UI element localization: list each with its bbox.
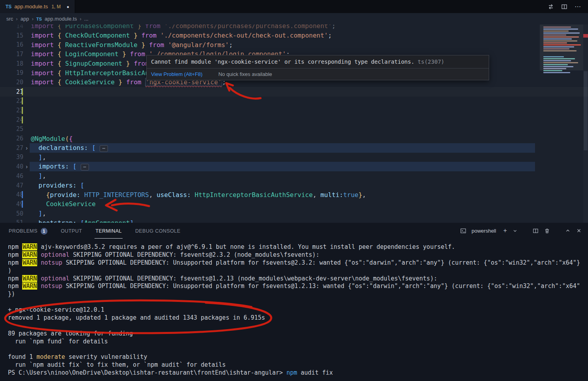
line-number: 18 xyxy=(7,60,23,67)
fold-chevron-icon[interactable]: › xyxy=(23,145,30,151)
terminal-line: npm WARN optional SKIPPING OPTIONAL DEPE… xyxy=(8,275,588,283)
terminal-line xyxy=(8,346,588,354)
code-line-27[interactable]: 27› declarations: [⋯ xyxy=(0,143,588,153)
minimap-slider[interactable] xyxy=(540,25,583,70)
tab-app-module-ts[interactable]: TS app.module.ts 1, M ● xyxy=(0,0,75,13)
chevron-right-icon: › xyxy=(32,16,33,22)
code-viewport: 14import { PurchasesComponent } from './… xyxy=(0,25,588,223)
panel-tab-problems[interactable]: PROBLEMS1 xyxy=(8,223,48,239)
terminal-line: npm WARN notsup SKIPPING OPTIONAL DEPEND… xyxy=(8,282,588,290)
line-number: 21 xyxy=(7,88,23,95)
terminal-line: found 1 moderate severity vulnerability xyxy=(8,353,588,361)
code-line-24[interactable]: 24 xyxy=(0,115,588,125)
maximize-panel-icon[interactable] xyxy=(565,228,571,233)
split-editor-icon[interactable] xyxy=(561,4,567,10)
folded-code-badge[interactable]: ⋯ xyxy=(100,145,108,152)
line-number: 50 xyxy=(7,210,23,217)
view-problem-link[interactable]: View Problem (Alt+F8) xyxy=(151,71,202,77)
close-panel-icon[interactable] xyxy=(576,228,582,233)
editor-region: src › app › TS app.module.ts › ... 14imp… xyxy=(0,13,588,223)
code-line-15[interactable]: 15import { CheckOutComponent } from './c… xyxy=(0,31,588,40)
code-line-14[interactable]: 14import { PurchasesComponent } from './… xyxy=(0,25,588,31)
line-number: 17 xyxy=(7,51,23,58)
terminal-output[interactable]: npm WARN ajv-keywords@3.5.2 requires a p… xyxy=(0,239,588,381)
tooltip-actions: View Problem (Alt+F8) No quick fixes ava… xyxy=(147,68,489,80)
typescript-file-icon: TS xyxy=(36,17,42,21)
terminal-line: 89 packages are looking for funding xyxy=(8,330,588,338)
terminal-line: PS C:\Users\ninoo\OneDrive\Desktop\ishta… xyxy=(8,369,588,377)
line-number: 47 xyxy=(7,182,23,189)
panel-tab-debug-console[interactable]: DEBUG CONSOLE xyxy=(134,223,181,239)
terminal-line: run `npm audit fix` to fix them, or `npm… xyxy=(8,361,588,369)
panel-tab-output[interactable]: OUTPUT xyxy=(60,223,83,239)
terminal-line: run `npm fund` for details xyxy=(8,338,588,346)
breadcrumb[interactable]: src › app › TS app.module.ts › ... xyxy=(0,13,588,25)
bottom-panel: PROBLEMS1OUTPUTTERMINALDEBUG CONSOLE pow… xyxy=(0,223,588,381)
chevron-right-icon: › xyxy=(79,16,81,22)
vscode-window: TS app.module.ts 1, M ● ⋯ src › app › TS… xyxy=(0,0,588,381)
line-number: 39 xyxy=(7,154,23,161)
code-line-50[interactable]: 50 ], xyxy=(0,209,588,218)
code-line-40[interactable]: 40› imports: [⋯ xyxy=(0,162,588,171)
code-line-49[interactable]: 49 CookieService xyxy=(0,199,588,209)
code-line-23[interactable]: 23 xyxy=(0,106,588,115)
code-line-21[interactable]: 21 xyxy=(0,87,588,97)
panel-tabs: PROBLEMS1OUTPUTTERMINALDEBUG CONSOLE xyxy=(8,223,181,239)
unsaved-dot-icon[interactable]: ● xyxy=(67,4,70,9)
line-number: 23 xyxy=(7,107,23,114)
split-terminal-icon[interactable] xyxy=(533,228,539,234)
code-line-26[interactable]: 26@NgModule({ xyxy=(0,134,588,143)
code-line-22[interactable]: 22 xyxy=(0,97,588,106)
breadcrumb-item-symbol[interactable]: ... xyxy=(84,16,89,22)
gutter-change-indicator xyxy=(22,201,23,208)
code-line-47[interactable]: 47 providers: [ xyxy=(0,181,588,190)
panel-header: PROBLEMS1OUTPUTTERMINALDEBUG CONSOLE pow… xyxy=(0,223,588,239)
breadcrumb-item-file[interactable]: app.module.ts xyxy=(45,16,77,22)
terminal-line xyxy=(8,322,588,330)
error-overview-mark xyxy=(583,34,588,38)
gutter-change-indicator xyxy=(22,191,23,198)
no-quick-fixes-label: No quick fixes available xyxy=(218,71,272,77)
shell-name[interactable]: powershell xyxy=(472,228,496,234)
code-line-39[interactable]: 39 ], xyxy=(0,153,588,162)
line-number: 22 xyxy=(7,97,23,104)
terminal-line: npm WARN ajv-keywords@3.5.2 requires a p… xyxy=(8,243,588,251)
line-number: 24 xyxy=(7,116,23,123)
terminal-icon xyxy=(460,228,466,234)
terminal-line: npm WARN optional SKIPPING OPTIONAL DEPE… xyxy=(8,251,588,259)
scrollbar-thumb[interactable] xyxy=(584,71,588,150)
panel-tab-terminal[interactable]: TERMINAL xyxy=(95,223,122,239)
folded-code-badge[interactable]: ⋯ xyxy=(81,164,89,171)
breadcrumb-item-app[interactable]: app xyxy=(21,16,29,22)
terminal-line: ) xyxy=(8,267,588,275)
line-number: 16 xyxy=(7,41,23,48)
chevron-right-icon: › xyxy=(16,16,17,22)
code-line-25[interactable]: 25 xyxy=(0,125,588,134)
breadcrumb-item-src[interactable]: src xyxy=(6,16,13,22)
gutter-change-indicator xyxy=(22,88,23,95)
kill-terminal-trash-icon[interactable] xyxy=(544,228,550,234)
terminal-dropdown-icon[interactable] xyxy=(512,228,518,233)
gutter-change-indicator xyxy=(22,97,23,104)
line-number: 15 xyxy=(7,32,23,39)
fold-chevron-icon[interactable]: › xyxy=(23,163,30,170)
line-number: 20 xyxy=(7,79,23,86)
terminal-line: npm WARN notsup SKIPPING OPTIONAL DEPEND… xyxy=(8,259,588,267)
new-terminal-icon[interactable]: + xyxy=(503,227,507,234)
more-actions-icon[interactable]: ⋯ xyxy=(575,4,581,10)
code-line-46[interactable]: 46 ], xyxy=(0,171,588,181)
terminal-line: removed 1 package, updated 1 package and… xyxy=(8,314,588,322)
line-number: 48 xyxy=(7,191,23,198)
editor-scrollbar[interactable] xyxy=(583,25,588,223)
line-number: 51 xyxy=(7,219,23,223)
line-number: 46 xyxy=(7,172,23,180)
code-line-48[interactable]: 48 {provide: HTTP_INTERCEPTORS, useClass… xyxy=(0,190,588,199)
line-number: 40 xyxy=(7,163,23,170)
line-number: 49 xyxy=(7,201,23,208)
line-number: 26 xyxy=(7,135,23,142)
code-line-16[interactable]: 16import { ReactiveFormsModule } from '@… xyxy=(0,40,588,49)
line-number: 27 xyxy=(7,144,23,152)
code-line-51[interactable]: 51 bootstrap: [AppComponent] xyxy=(0,218,588,223)
compare-changes-icon[interactable] xyxy=(548,4,554,10)
gutter-change-indicator xyxy=(22,107,23,114)
